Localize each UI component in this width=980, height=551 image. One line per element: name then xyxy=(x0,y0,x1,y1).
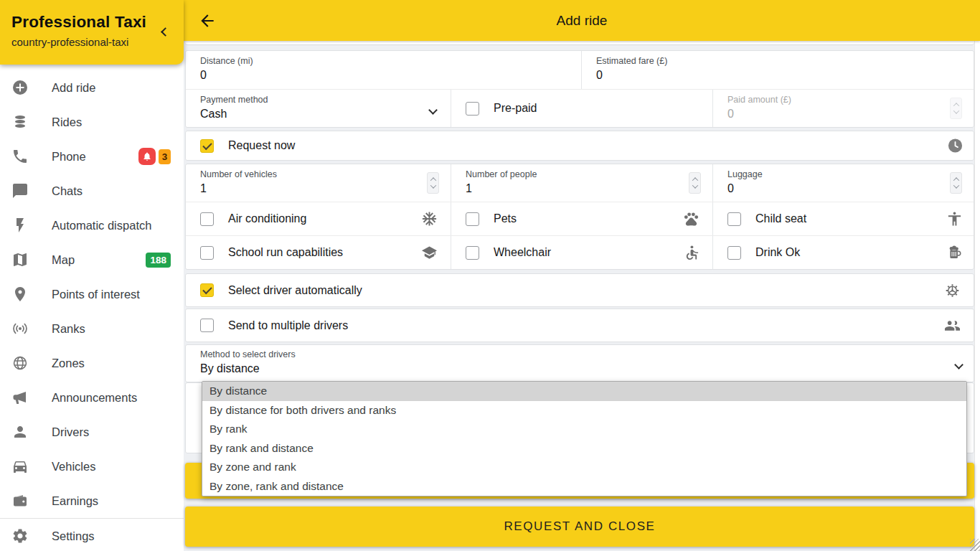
number-of-people-field[interactable]: Number of people 1 xyxy=(451,164,713,202)
luggage-stepper[interactable] xyxy=(950,172,962,194)
paid-amount-stepper xyxy=(950,98,962,119)
beer-mug-icon xyxy=(946,245,963,261)
option-drink-ok: Drink Ok xyxy=(713,236,974,269)
sidebar-item-zones[interactable]: Zones xyxy=(0,346,184,380)
option-label: School run capabilities xyxy=(228,246,343,259)
wheelchair-icon xyxy=(683,245,699,261)
send-multiple-drivers-card: Send to multiple drivers xyxy=(185,309,974,342)
pre-paid-option: Pre-paid xyxy=(451,90,713,127)
method-select[interactable]: Method to select drivers By distance xyxy=(185,344,974,382)
dropdown-option[interactable]: By zone, rank and distance xyxy=(202,477,966,496)
back-arrow-icon[interactable] xyxy=(198,11,217,30)
graduation-cap-icon xyxy=(421,245,438,261)
sidebar-item-chats[interactable]: Chats xyxy=(0,174,184,208)
resize-grip[interactable] xyxy=(970,539,980,551)
sidebar-item-settings[interactable]: Settings xyxy=(0,519,184,551)
pets-checkbox[interactable] xyxy=(466,212,479,226)
option-child-seat: Child seat xyxy=(713,202,974,235)
option-label: Air conditioning xyxy=(228,212,306,225)
sidebar-item-add-ride[interactable]: Add ride xyxy=(0,70,184,105)
select-driver-auto-checkbox[interactable] xyxy=(200,283,214,297)
sidebar-item-automatic-dispatch[interactable]: Automatic dispatch xyxy=(0,208,184,242)
wheelchair-checkbox[interactable] xyxy=(466,246,479,260)
sidebar-item-label: Announcements xyxy=(52,391,137,405)
luggage-input[interactable]: 0 xyxy=(727,182,974,195)
field-label: Number of vehicles xyxy=(200,169,451,179)
people-stepper[interactable] xyxy=(689,172,701,194)
luggage-field[interactable]: Luggage 0 xyxy=(713,164,974,202)
paw-icon xyxy=(683,211,699,227)
fare-payment-card: Distance (mi) 0 Estimated fare (£) 0 Pay… xyxy=(185,50,974,128)
sidebar-item-ranks[interactable]: Ranks xyxy=(0,311,184,346)
request-and-close-button[interactable]: REQUEST AND CLOSE xyxy=(185,507,974,547)
sidebar-item-points-of-interest[interactable]: Points of interest xyxy=(0,277,184,311)
plus-circle-icon xyxy=(11,79,29,96)
people-group-icon xyxy=(944,317,961,334)
estimated-fare-input[interactable]: 0 xyxy=(596,69,974,82)
sidebar-item-rides[interactable]: Rides xyxy=(0,105,184,139)
send-multiple-drivers-checkbox[interactable] xyxy=(200,319,214,332)
brand-subtitle: country-professional-taxi xyxy=(11,36,172,48)
sidebar-item-label: Map xyxy=(52,253,75,267)
map-count-badge: 188 xyxy=(146,253,171,268)
vehicles-stepper[interactable] xyxy=(427,172,439,194)
estimated-fare-field[interactable]: Estimated fare (£) 0 xyxy=(582,51,974,89)
clock-icon xyxy=(947,138,963,154)
chat-bubble-icon xyxy=(11,182,29,199)
megaphone-icon xyxy=(11,389,29,406)
sidebar-item-drivers[interactable]: Drivers xyxy=(0,415,184,449)
location-pin-icon xyxy=(11,286,29,303)
sidebar-item-phone[interactable]: Phone 3 xyxy=(0,139,184,174)
sidebar-item-announcements[interactable]: Announcements xyxy=(0,380,184,415)
app-window: Add ride Rides Phone 3 xyxy=(0,0,980,551)
number-of-vehicles-field[interactable]: Number of vehicles 1 xyxy=(186,164,451,202)
dropdown-option[interactable]: By rank xyxy=(202,420,966,439)
option-wheelchair: Wheelchair xyxy=(451,236,713,269)
snowflake-icon xyxy=(421,211,438,227)
distance-field[interactable]: Distance (mi) 0 xyxy=(186,51,582,89)
number-of-vehicles-input[interactable]: 1 xyxy=(200,182,451,195)
payment-method-select[interactable]: Payment method Cash xyxy=(186,90,451,127)
air-conditioning-checkbox[interactable] xyxy=(200,212,214,226)
lightning-bolt-icon xyxy=(11,217,29,234)
number-of-people-input[interactable]: 1 xyxy=(466,182,712,195)
request-now-card: Request now xyxy=(185,131,974,161)
field-label: Payment method xyxy=(200,95,451,105)
phone-count-badge: 3 xyxy=(159,149,171,164)
phone-alert-badge xyxy=(138,148,156,165)
pre-paid-checkbox[interactable] xyxy=(466,102,479,116)
radio-waves-icon xyxy=(11,320,29,337)
method-dropdown: By distance By distance for both drivers… xyxy=(202,381,967,496)
scrollbar-gutter[interactable] xyxy=(974,41,980,551)
dropdown-option[interactable]: By rank and distance xyxy=(202,439,966,458)
paid-amount-input: 0 xyxy=(727,108,974,121)
sidebar-item-label: Settings xyxy=(52,529,95,543)
collapse-sidebar-icon[interactable] xyxy=(159,27,171,39)
sidebar-item-earnings[interactable]: Earnings xyxy=(0,484,184,518)
brand-title: Professional Taxi xyxy=(11,13,172,32)
dropdown-option[interactable]: By distance for both drivers and ranks xyxy=(202,401,966,420)
dropdown-option[interactable]: By distance xyxy=(202,382,966,401)
rides-stack-icon xyxy=(11,113,29,131)
option-label: Pets xyxy=(494,212,517,225)
sidebar-menu: Add ride Rides Phone 3 xyxy=(0,70,184,551)
school-run-checkbox[interactable] xyxy=(200,246,214,260)
request-now-checkbox[interactable] xyxy=(200,139,214,153)
distance-input[interactable]: 0 xyxy=(200,69,581,82)
sidebar-item-label: Automatic dispatch xyxy=(52,219,151,232)
sidebar-item-label: Earnings xyxy=(52,494,98,508)
option-school-run: School run capabilities xyxy=(186,236,451,269)
sidebar-item-label: Vehicles xyxy=(52,460,95,474)
field-label: Method to select drivers xyxy=(200,349,974,359)
field-label: Paid amount (£) xyxy=(727,95,974,105)
sidebar-item-vehicles[interactable]: Vehicles xyxy=(0,449,184,484)
drink-ok-checkbox[interactable] xyxy=(727,246,741,260)
select-driver-auto-card: Select driver automatically xyxy=(185,273,974,307)
option-label: Send to multiple drivers xyxy=(228,319,348,332)
option-label: Child seat xyxy=(755,212,806,225)
sidebar-item-label: Zones xyxy=(52,357,85,370)
dropdown-option[interactable]: By zone and rank xyxy=(202,458,966,477)
sidebar-item-map[interactable]: Map 188 xyxy=(0,242,184,277)
child-seat-checkbox[interactable] xyxy=(727,212,741,226)
field-label: Luggage xyxy=(727,169,974,179)
